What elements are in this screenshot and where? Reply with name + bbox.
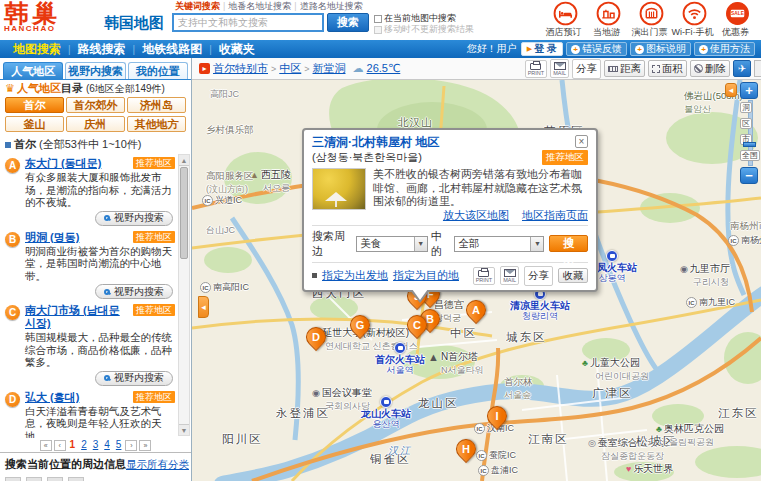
hanchao-logo[interactable]: 韩巢 HANCHAO	[4, 0, 98, 33]
ginkgo-photo-thumbnail[interactable]	[312, 168, 366, 210]
zoom-in-button[interactable]: +	[740, 82, 758, 99]
cutoff-toolbar-button[interactable]	[754, 60, 761, 77]
scroll-down-arrow[interactable]: ▼	[179, 424, 189, 435]
search-in-view-button[interactable]: 视野内搜索	[95, 284, 173, 299]
search-in-current-map-checkbox[interactable]: 在当前地图中搜索	[374, 13, 474, 24]
region-button-1[interactable]: 首尔郊外	[66, 97, 125, 113]
map-search-input[interactable]	[172, 13, 324, 32]
tower-icon: ▲	[428, 351, 439, 363]
mail-icon	[554, 62, 566, 70]
map-canvas[interactable]: 三清洞·北村韩屋村 地区 × (삼청동·북촌한옥마을) 推荐地区 美不胜收的银杏…	[192, 80, 761, 481]
share-button[interactable]: 分享	[572, 59, 601, 79]
zoom-to-area-link[interactable]: 放大该区地图	[443, 209, 509, 221]
print-button[interactable]: PRINT	[525, 60, 548, 78]
category-select[interactable]: 美食▼	[356, 236, 427, 252]
page-4[interactable]: 4	[104, 439, 110, 450]
directory-title: 目录	[61, 82, 83, 94]
poi-description: 白天洋溢着青春朝气及艺术气息，夜晚则是年轻人狂欢的天地。	[25, 405, 175, 439]
poi-title-link[interactable]: 明洞 (명동)	[25, 231, 79, 243]
popup-mail-button[interactable]: MAIL	[500, 266, 519, 285]
page-2[interactable]: 2	[81, 439, 87, 450]
nav-item-3[interactable]: 收藏夹	[219, 41, 255, 58]
scroll-thumb[interactable]	[180, 167, 188, 259]
quick-link-0[interactable]: 酒店预订	[544, 1, 587, 39]
search-block: 关键词搜索|地番名地址搜索|道路名地址搜索 搜索 在当前地图中搜索 移动时不更新…	[172, 1, 474, 35]
nav-item-2[interactable]: 地铁线路图	[142, 41, 202, 58]
page-3[interactable]: 3	[93, 439, 99, 450]
region-button-3[interactable]: 釜山	[5, 116, 64, 132]
panel-collapse-arrow[interactable]: ◂	[725, 83, 737, 97]
search-tab-1[interactable]: 地番名地址搜索	[228, 1, 291, 11]
nav-item-0[interactable]: 地图搜索	[13, 41, 61, 58]
scroll-up-arrow[interactable]: ▲	[179, 155, 189, 166]
popup-close-button[interactable]: ×	[575, 135, 588, 148]
breadcrumb-0[interactable]: 首尔特别市	[213, 61, 268, 76]
page-first-button[interactable]: «	[40, 440, 52, 451]
recommended-badge: 推荐地区	[133, 231, 175, 243]
quick-link-1[interactable]: 当地游	[587, 1, 630, 39]
login-arrow-icon: ▶	[527, 45, 532, 53]
show-all-categories-link[interactable]: 显示所有分类	[126, 458, 189, 472]
page-prev-button[interactable]: ‹	[54, 440, 66, 451]
region-button-5[interactable]: 其他地方	[127, 116, 186, 132]
temperature-link[interactable]: 26.5℃	[367, 62, 401, 75]
breadcrumb-2[interactable]: 新堂洞	[313, 61, 346, 76]
zoom-level-3[interactable]: 全国	[740, 150, 760, 161]
breadcrumb-1[interactable]: 中区	[279, 61, 301, 76]
nav-button-0[interactable]: +错误反馈	[566, 42, 627, 56]
weather-cloud-icon: ☁	[353, 62, 364, 75]
search-in-view-button[interactable]: 视野内搜索	[95, 211, 173, 226]
zoom-level-1[interactable]: 区	[740, 118, 752, 129]
search-tab-0[interactable]: 关键词搜索	[175, 1, 220, 11]
region-button-0[interactable]: 首尔	[5, 97, 64, 113]
poi-list: A推荐地区东大门 (동대문)有众多服装大厦和服饰批发市场，是潮流的指向标，充满活…	[0, 152, 191, 438]
quick-link-2[interactable]: 演出门票	[630, 1, 673, 39]
search-in-view-button[interactable]: 视野内搜索	[95, 371, 173, 386]
area-guide-link[interactable]: 地区指南页面	[522, 209, 588, 221]
zoom-slider-handle[interactable]	[743, 142, 756, 147]
sidebar-tab-2[interactable]: 我的位置	[128, 62, 188, 79]
quick-link-3[interactable]: Wi-Fi·手机	[673, 1, 716, 39]
sidebar-tab-0[interactable]: 人气地区	[3, 62, 63, 79]
distance-tool-button[interactable]: 距离	[604, 60, 645, 77]
zoom-out-button[interactable]: −	[740, 167, 758, 184]
popup-favorite-button[interactable]: 收藏	[558, 268, 588, 283]
login-button[interactable]: ▶登 录	[521, 42, 563, 56]
area-tool-button[interactable]: 面积	[648, 60, 687, 77]
no-refresh-on-move-checkbox[interactable]: 移动时不更新搜索结果	[374, 24, 474, 35]
delete-tool-button[interactable]: 删除	[690, 60, 730, 77]
polygon-icon	[652, 65, 660, 73]
search-tab-2[interactable]: 道路名地址搜索	[300, 1, 363, 11]
page-5[interactable]: 5	[116, 439, 122, 450]
poi-title-link[interactable]: 东大门 (동대문)	[25, 157, 101, 169]
region-button-4[interactable]: 庆州	[66, 116, 125, 132]
zoom-level-0[interactable]: 洞	[740, 102, 752, 113]
region-button-2[interactable]: 济州岛	[127, 97, 186, 113]
map-label: 龙山区	[418, 396, 459, 411]
set-destination-link[interactable]: 指定为目的地	[393, 268, 459, 283]
nav-button-1[interactable]: +图标说明	[630, 42, 691, 56]
sidebar-tabs: 人气地区视野内搜索我的位置	[0, 58, 191, 80]
footer-title: 搜索当前位置的周边信息	[5, 457, 126, 472]
search-button[interactable]: 搜索	[327, 13, 369, 32]
page-1[interactable]: 1	[70, 439, 76, 450]
route-plane-button[interactable]: ✈	[733, 60, 751, 77]
poi-title-link[interactable]: 弘大 (홍대)	[25, 391, 79, 403]
nav-item-1[interactable]: 路线搜索	[78, 41, 126, 58]
popup-title-link[interactable]: 三清洞·北村韩屋村 地区	[312, 135, 575, 149]
page-last-button[interactable]: »	[139, 440, 151, 451]
page-next-button[interactable]: ›	[125, 440, 137, 451]
mail-button[interactable]: MAIL	[550, 59, 569, 78]
sidebar-collapse-arrow[interactable]: ◂	[198, 296, 209, 318]
popup-search-button[interactable]: 搜索	[549, 235, 588, 252]
sidebar-scrollbar[interactable]: ▲ ▼	[178, 154, 190, 436]
sidebar-tab-1[interactable]: 视野内搜索	[65, 62, 125, 79]
quick-link-4[interactable]: SALE优惠券	[716, 1, 759, 39]
popup-share-button[interactable]: 分享	[524, 266, 553, 286]
poi-title-link[interactable]: 南大门市场 (남대문시장)	[25, 304, 120, 329]
set-origin-link[interactable]: 指定为出发地	[322, 268, 388, 283]
nav-button-2[interactable]: +使用方法	[694, 42, 755, 56]
subcategory-select[interactable]: 全部▼	[454, 236, 544, 252]
main-nav: 地图搜索|路线搜索|地铁线路图|收藏夹 您好！用户 ▶登 录 +错误反馈+图标说…	[0, 40, 761, 58]
popup-print-button[interactable]: PRINT	[473, 267, 496, 285]
